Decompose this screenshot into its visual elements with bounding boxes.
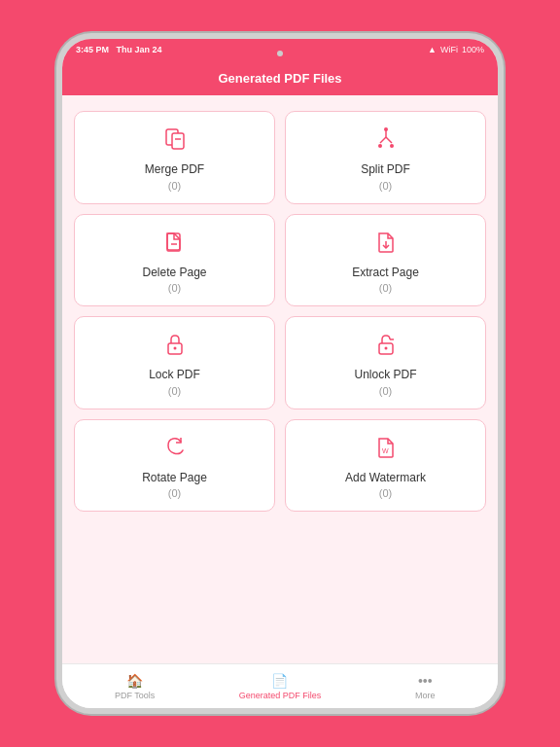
tablet-frame: 3:45 PM Thu Jan 24 ▲ WiFi 100% Generated…: [56, 33, 504, 714]
svg-point-8: [384, 127, 388, 131]
extract-page-button[interactable]: Extract Page (0): [285, 214, 486, 307]
svg-point-16: [384, 347, 387, 350]
unlock-pdf-icon: [372, 331, 400, 362]
split-pdf-count: (0): [379, 180, 392, 192]
svg-point-7: [390, 144, 394, 148]
svg-point-6: [378, 144, 382, 148]
rotate-page-count: (0): [168, 487, 181, 499]
merge-pdf-count: (0): [168, 180, 181, 192]
tab-bar: 🏠 PDF Tools 📄 Generated PDF Files ••• Mo…: [62, 663, 498, 708]
merge-pdf-button[interactable]: Merge PDF (0): [74, 111, 275, 204]
generated-files-icon: 📄: [271, 673, 288, 689]
add-watermark-count: (0): [379, 487, 392, 499]
tab-pdf-tools[interactable]: 🏠 PDF Tools: [62, 673, 207, 700]
nav-bar: Generated PDF Files: [62, 60, 498, 95]
extract-page-icon: [372, 229, 400, 260]
delete-page-count: (0): [168, 282, 181, 294]
pdf-tools-icon: 🏠: [126, 673, 143, 689]
split-pdf-label: Split PDF: [361, 162, 410, 178]
svg-line-4: [380, 137, 386, 143]
delete-page-button[interactable]: Delete Page (0): [74, 214, 275, 307]
unlock-pdf-label: Unlock PDF: [354, 368, 416, 383]
svg-rect-1: [172, 133, 184, 149]
rotate-page-button[interactable]: Rotate Page (0): [74, 419, 275, 513]
lock-pdf-button[interactable]: Lock PDF (0): [74, 316, 275, 409]
rotate-page-icon: [161, 434, 189, 465]
lock-pdf-count: (0): [168, 385, 181, 397]
add-watermark-label: Add Watermark: [345, 471, 426, 486]
more-label: More: [415, 691, 436, 700]
battery-indicator: 100%: [462, 45, 484, 54]
content-area: Merge PDF (0) Split PDF (0): [62, 95, 498, 663]
status-indicators: ▲ WiFi 100%: [428, 45, 484, 54]
add-watermark-icon: W: [372, 434, 400, 465]
signal-icon: ▲: [428, 45, 437, 54]
unlock-pdf-button[interactable]: Unlock PDF (0): [285, 316, 486, 409]
extract-page-label: Extract Page: [352, 266, 419, 281]
nav-title: Generated PDF Files: [218, 71, 341, 86]
svg-text:W: W: [382, 447, 389, 454]
status-time: 3:45 PM Thu Jan 24: [76, 45, 162, 54]
more-icon: •••: [418, 673, 433, 689]
lock-pdf-label: Lock PDF: [149, 368, 200, 383]
wifi-icon: WiFi: [440, 45, 458, 54]
split-pdf-icon: [372, 125, 400, 157]
tab-more[interactable]: ••• More: [353, 673, 498, 700]
camera-dot: [277, 51, 283, 56]
generated-files-label: Generated PDF Files: [239, 691, 322, 700]
status-bar: 3:45 PM Thu Jan 24 ▲ WiFi 100%: [62, 39, 498, 60]
merge-pdf-icon: [161, 125, 189, 157]
lock-pdf-icon: [161, 331, 189, 362]
merge-pdf-label: Merge PDF: [145, 162, 204, 178]
svg-line-5: [386, 137, 392, 143]
feature-grid: Merge PDF (0) Split PDF (0): [74, 111, 486, 512]
delete-page-icon: [161, 229, 189, 260]
unlock-pdf-count: (0): [379, 385, 392, 397]
pdf-tools-label: PDF Tools: [115, 691, 155, 700]
svg-point-13: [173, 347, 176, 350]
extract-page-count: (0): [379, 282, 392, 294]
tab-generated-files[interactable]: 📄 Generated PDF Files: [207, 673, 352, 700]
add-watermark-button[interactable]: W Add Watermark (0): [285, 419, 486, 513]
delete-page-label: Delete Page: [142, 266, 206, 281]
split-pdf-button[interactable]: Split PDF (0): [285, 111, 486, 204]
rotate-page-label: Rotate Page: [142, 471, 207, 486]
